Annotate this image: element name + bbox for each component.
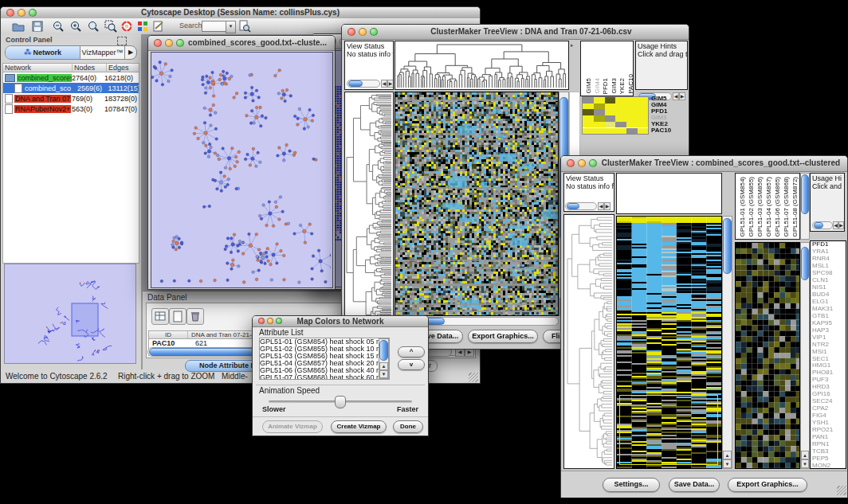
move-down-button[interactable]: v xyxy=(398,359,425,370)
tv1-zoom-heatmap[interactable] xyxy=(582,96,649,135)
tv2-zoom-heatmap[interactable] xyxy=(735,242,800,469)
attribute-list[interactable]: GPL51-01 (GSM854) heat shock 05 minGPL51… xyxy=(259,338,390,380)
vizmapper-icon[interactable] xyxy=(136,20,149,33)
network-table[interactable]: combined_scores2764(0)16218(0)combined_s… xyxy=(2,72,139,115)
heatmap-cell[interactable] xyxy=(626,97,638,104)
scroll-left-arrow[interactable]: ◀ xyxy=(598,202,604,210)
scroll-down-arrow[interactable]: ▼ xyxy=(723,459,732,468)
float-panel-icon[interactable] xyxy=(117,37,127,45)
network-search-icon[interactable] xyxy=(238,20,251,33)
heatmap-cell[interactable] xyxy=(626,115,638,122)
heatmap-cell[interactable] xyxy=(594,115,605,122)
done-button[interactable]: Done xyxy=(393,420,423,433)
network-table-row[interactable]: combined_scores2764(0)16218(0) xyxy=(3,72,139,83)
network-table-row[interactable]: combined_sco2569(6)13112(15) xyxy=(3,83,139,93)
delete-attribute-icon[interactable] xyxy=(186,308,204,325)
attribute-list-item[interactable]: GPL51-07 (GSM868) heat shock 60 min xyxy=(260,374,389,380)
heatmap-cell[interactable] xyxy=(615,128,626,135)
select-attributes-icon[interactable] xyxy=(151,308,169,325)
slider-thumb[interactable] xyxy=(335,396,346,408)
heatmap-cell[interactable] xyxy=(594,97,605,104)
scroll-up-arrow[interactable]: ▲ xyxy=(801,451,809,459)
zoom-selected-icon[interactable] xyxy=(104,20,117,33)
heatmap-cell[interactable] xyxy=(594,109,605,115)
net1-titlebar[interactable]: combined_scores_good.txt--cluste... xyxy=(148,36,335,51)
heatmap-cell[interactable] xyxy=(615,104,626,110)
heatmap-cell[interactable] xyxy=(638,128,649,135)
tv2-resize-grip[interactable] xyxy=(837,486,846,495)
tv2-hints-hscrollbar[interactable] xyxy=(812,221,833,229)
heatmap-cell[interactable] xyxy=(594,104,605,110)
heatmap-cell[interactable] xyxy=(626,122,638,128)
heatmap-cell[interactable] xyxy=(605,97,616,104)
tv2-zoom-vscrollbar[interactable]: ▲ ▼ xyxy=(800,242,810,469)
close-button[interactable] xyxy=(154,39,162,47)
tab-vizmapper[interactable]: VizMapper™ xyxy=(80,46,125,59)
tv1-column-dendrogram[interactable] xyxy=(395,41,569,90)
tv1-status-hscrollbar[interactable] xyxy=(347,80,380,88)
tv2-status-hscrollbar[interactable] xyxy=(565,202,597,210)
tv1-row-dendrogram[interactable] xyxy=(344,92,394,327)
zoom-fit-icon[interactable] xyxy=(87,20,100,33)
tv1-titlebar[interactable]: ClusterMaker TreeView : DNA and Tran 07-… xyxy=(342,25,689,40)
tv2-titlebar[interactable]: ClusterMaker TreeView : combined_scores_… xyxy=(561,156,847,172)
move-up-button[interactable]: ^ xyxy=(398,346,425,357)
splitter-arrow-icon[interactable]: ▸ xyxy=(571,42,574,48)
scroll-up-arrow[interactable]: ▲ xyxy=(379,362,388,370)
attribute-list-vscrollbar[interactable]: ▲ ▼ xyxy=(379,338,389,379)
attribute-list-item[interactable]: GPL51-02 (GSM855) heat shock 10 min xyxy=(260,346,389,353)
heatmap-cell[interactable] xyxy=(626,109,638,115)
open-icon[interactable] xyxy=(12,20,25,33)
heatmap-cell[interactable] xyxy=(626,128,638,135)
zoom-in-icon[interactable] xyxy=(69,20,82,33)
scroll-right-arrow[interactable]: ▶ xyxy=(838,221,844,229)
scroll-right-arrow[interactable]: ▶ xyxy=(604,202,610,210)
heatmap-cell[interactable] xyxy=(583,115,594,122)
map-colors-dialog[interactable]: Map Colors to Network Attribute List GPL… xyxy=(252,315,429,436)
save-icon[interactable] xyxy=(31,20,44,33)
heatmap-cell[interactable] xyxy=(615,122,626,128)
heatmap-cell[interactable] xyxy=(626,104,638,110)
heatmap-cell[interactable] xyxy=(594,128,605,135)
new-attribute-icon[interactable] xyxy=(169,308,186,325)
attribute-list-item[interactable]: GPL51-06 (GSM865) heat shock 40 min xyxy=(260,367,389,374)
minimize-button[interactable] xyxy=(359,28,367,36)
zoom-button[interactable] xyxy=(370,28,378,36)
minimize-button[interactable] xyxy=(165,39,173,47)
help-lifering-icon[interactable] xyxy=(120,20,133,33)
dialog-titlebar[interactable]: Map Colors to Network xyxy=(253,316,428,327)
tv2-labels-vscrollbar[interactable] xyxy=(800,173,810,240)
tv1-heatmap[interactable] xyxy=(395,92,559,316)
search-dropdown-button[interactable]: ▼ xyxy=(226,21,236,33)
scroll-down-arrow[interactable]: ▼ xyxy=(801,459,809,468)
heatmap-cell[interactable] xyxy=(583,128,594,135)
tab-overflow-arrow[interactable]: ▶ xyxy=(125,46,136,59)
attribute-list-item[interactable]: GPL51-01 (GSM854) heat shock 05 min xyxy=(260,338,389,346)
scroll-down-arrow[interactable]: ▼ xyxy=(379,370,388,378)
network-overview-panel[interactable] xyxy=(4,264,136,364)
treeview-window-2[interactable]: ClusterMaker TreeView : combined_scores_… xyxy=(560,155,848,498)
heatmap-cell[interactable] xyxy=(594,122,605,128)
heatmap-cell[interactable] xyxy=(583,97,594,104)
scroll-left-arrow[interactable]: ◀ xyxy=(381,80,387,88)
heatmap-cell[interactable] xyxy=(638,104,649,110)
close-button[interactable] xyxy=(567,159,575,167)
animation-speed-slider[interactable] xyxy=(269,400,412,403)
search-input[interactable] xyxy=(202,21,227,32)
minimize-button[interactable] xyxy=(578,159,586,167)
network-table-row[interactable]: RNAPuberNov2+563(0)107847(0) xyxy=(3,104,139,114)
heatmap-cell[interactable] xyxy=(615,109,626,115)
heatmap-cell[interactable] xyxy=(638,109,649,115)
heatmap-cell[interactable] xyxy=(583,109,594,115)
tv2-heatmap[interactable] xyxy=(616,216,722,469)
attribute-list-item[interactable]: GPL51-04 (GSM857) heat shock 20 min xyxy=(260,360,389,367)
create-vizmap-button[interactable]: Create Vizmap xyxy=(331,420,387,433)
network-table-row[interactable]: DNA and Tran 07769(0)183728(0) xyxy=(3,93,139,104)
scroll-up-arrow[interactable]: ▲ xyxy=(723,451,732,459)
zoom-out-icon[interactable] xyxy=(52,20,65,33)
scroll-left-arrow[interactable]: ◀ xyxy=(833,221,838,229)
tv2-vscrollbar[interactable]: ▲ ▼ xyxy=(722,216,732,469)
heatmap-cell[interactable] xyxy=(638,97,649,104)
net1-canvas-area[interactable] xyxy=(151,52,333,288)
annotation-icon[interactable] xyxy=(152,20,165,33)
